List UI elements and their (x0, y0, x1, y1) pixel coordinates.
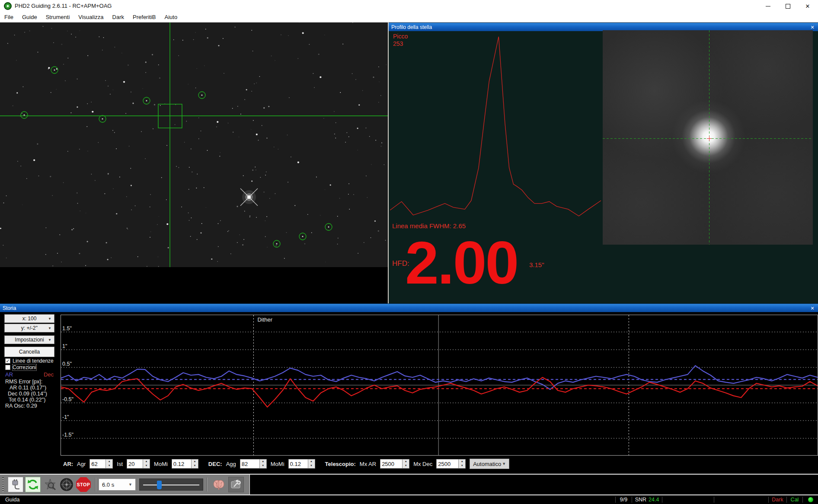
hfd-arcsec: 3.15" (529, 261, 544, 268)
svg-text:-1": -1" (62, 414, 69, 420)
ar-params-label: AR: (63, 461, 73, 467)
menu-aiuto[interactable]: Aiuto (160, 12, 182, 22)
momi-ar-label: MoMi (154, 461, 168, 467)
momi-ar-input (172, 459, 192, 469)
corrections-checkbox-row[interactable]: Correzioni (5, 364, 36, 370)
y-scale-select[interactable]: y: +/-2'' ▼ (4, 324, 54, 332)
guide-params-row: AR: Agr ▲▼ Ist ▲▼ MoMi ▲▼ DEC: Agg ▲▼ Mo (63, 458, 509, 469)
settings-select[interactable]: Impostazioni ▼ (4, 335, 54, 344)
history-header[interactable]: Storia ✕ (0, 303, 818, 312)
chevron-down-icon: ▼ (128, 482, 132, 487)
agr-spinner[interactable]: ▲▼ (89, 459, 113, 469)
svg-text:0.5": 0.5" (62, 361, 72, 367)
ist-label: Ist (117, 461, 123, 467)
target-crosshair-icon (60, 478, 73, 491)
loop-arrows-icon (27, 478, 39, 491)
chevron-down-icon: ▼ (48, 338, 51, 342)
slider-handle[interactable] (157, 481, 162, 489)
menu-preferiti[interactable]: PreferitiB (128, 12, 160, 22)
exposure-duration-select[interactable]: 6.0 s ▼ (99, 478, 136, 491)
menu-visualizza[interactable]: Visualizza (74, 12, 108, 22)
toolbar-button-strip: STOP 6.0 s ▼ (0, 475, 250, 494)
menu-guide[interactable]: Guide (18, 12, 42, 22)
guide-button[interactable] (59, 477, 74, 492)
menu-dark[interactable]: Dark (108, 12, 128, 22)
phd2-main-window: PHD2 Guiding 2.6.11 - RC+APM+OAG ✕ File … (0, 0, 818, 504)
star-profile-close-icon[interactable]: ✕ (809, 24, 815, 30)
agg-label: Agg (226, 461, 236, 467)
slider-track[interactable] (143, 485, 199, 485)
rms-dec: Dec 0.09 (0.14'') (8, 391, 47, 397)
star-profile-header[interactable]: Profilo della stella ✕ (389, 22, 818, 31)
status-spacer-cell-2 (714, 497, 768, 503)
trend-lines-checkbox[interactable]: ✓ (5, 358, 10, 364)
trend-lines-checkbox-row[interactable]: ✓ Linee di tendenze (5, 358, 54, 364)
x-scale-select[interactable]: x: 100 ▼ (4, 314, 54, 323)
status-spacer-cell (662, 497, 714, 503)
star-profile-panel: Profilo della stella ✕ Picco 253 Linea m… (388, 22, 818, 303)
camera-settings-button[interactable] (228, 477, 244, 492)
mxar-spin-buttons[interactable]: ▲▼ (403, 459, 409, 469)
ra-osc: RA Osc: 0.29 (5, 403, 37, 409)
chevron-down-icon: ▼ (48, 326, 51, 330)
status-bar: Guida 9/9 SNR 24.4 Dark Cal (0, 495, 818, 504)
momi-ar-spinner[interactable]: ▲▼ (172, 459, 198, 469)
loop-exposures-button[interactable] (25, 477, 41, 492)
starfield-image[interactable] (0, 22, 388, 267)
connect-equipment-button[interactable] (8, 477, 23, 492)
guide-camera-frame[interactable] (0, 22, 388, 303)
stop-button[interactable]: STOP (76, 477, 91, 492)
momi-dec-spin-buttons[interactable]: ▲▼ (308, 459, 315, 469)
mxdec-spinner[interactable]: ▲▼ (436, 459, 466, 469)
agg-spinner[interactable]: ▲▼ (240, 459, 267, 469)
stop-label: STOP (77, 482, 90, 487)
menu-strumenti[interactable]: Strumenti (42, 12, 74, 22)
corrections-checkbox[interactable] (5, 365, 10, 370)
agr-input (89, 459, 106, 469)
agr-spin-buttons[interactable]: ▲▼ (106, 459, 113, 469)
dec-params-label: DEC: (208, 461, 222, 467)
snr-value: 24.4 (649, 497, 659, 503)
auto-select-star-button[interactable] (42, 477, 58, 492)
momi-ar-spin-buttons[interactable]: ▲▼ (192, 459, 198, 469)
corrections-label: Correzioni (13, 364, 36, 370)
history-graph[interactable]: 1.5"1"0.5"-0.5"-1"-1.5"Dither (61, 315, 818, 456)
history-panel: Storia ✕ x: 100 ▼ y: +/-2'' ▼ Impostazio… (0, 303, 818, 474)
dec-guide-mode-select[interactable]: Automatico ▼ (470, 459, 509, 469)
star-magnifier-icon (44, 478, 57, 491)
minimize-button[interactable] (758, 0, 778, 12)
connected-indicator-icon (808, 497, 813, 502)
ist-spinner[interactable]: ▲▼ (127, 459, 150, 469)
agg-spin-buttons[interactable]: ▲▼ (260, 459, 267, 469)
maximize-icon (786, 4, 790, 9)
agr-label: Agr (77, 461, 86, 467)
momi-dec-input (288, 459, 308, 469)
toolbar-grip-handle[interactable] (2, 477, 4, 492)
snr-label: SNR (635, 497, 646, 503)
x-scale-value: x: 100 (22, 316, 37, 322)
maximize-button[interactable] (778, 0, 798, 12)
mxdec-spin-buttons[interactable]: ▲▼ (459, 459, 466, 469)
svg-text:1": 1" (62, 343, 67, 349)
menu-file[interactable]: File (0, 12, 18, 22)
history-close-icon[interactable]: ✕ (809, 305, 815, 311)
mxar-spinner[interactable]: ▲▼ (380, 459, 409, 469)
guide-star-closeup (603, 30, 813, 245)
svg-text:1.5": 1.5" (62, 325, 72, 332)
rms-header: RMS Error [px]: (5, 379, 42, 385)
momi-dec-label: MoMi (271, 461, 284, 467)
centroid-marker-v (709, 136, 709, 141)
brain-icon (212, 478, 225, 491)
advanced-settings-brain-button[interactable] (211, 477, 227, 492)
svg-text:-1.5": -1.5" (62, 432, 73, 438)
usb-plug-icon (10, 479, 21, 490)
toolbar-separator (95, 478, 96, 491)
ist-spin-buttons[interactable]: ▲▼ (143, 459, 150, 469)
close-button[interactable]: ✕ (798, 0, 818, 12)
stretch-slider[interactable] (139, 478, 203, 491)
exposure-value: 6.0 s (102, 482, 114, 488)
close-icon: ✕ (805, 3, 810, 10)
clear-button[interactable]: Cancella (4, 347, 54, 357)
momi-dec-spinner[interactable]: ▲▼ (288, 459, 315, 469)
svg-text:Dither: Dither (257, 316, 272, 323)
